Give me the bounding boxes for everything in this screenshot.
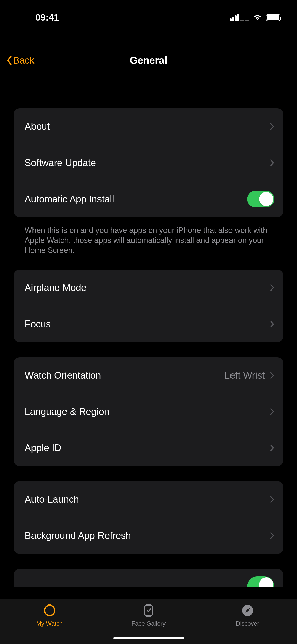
compass-icon (241, 603, 255, 618)
settings-group: Auto-Launch Background App Refresh (14, 481, 283, 554)
row-airplane-mode[interactable]: Airplane Mode (14, 270, 283, 306)
row-enable-dictation[interactable] (14, 569, 283, 587)
status-bar: 09:41 (0, 0, 297, 33)
chevron-right-icon (270, 408, 274, 415)
status-time: 09:41 (35, 12, 59, 23)
home-indicator[interactable] (113, 637, 184, 639)
tab-discover[interactable]: Discover (199, 603, 296, 627)
settings-group: Airplane Mode Focus (14, 270, 283, 342)
content: About Software Update Automatic App Inst… (0, 108, 297, 599)
svg-rect-3 (144, 605, 153, 616)
chevron-right-icon (270, 496, 274, 503)
chevron-right-icon (270, 320, 274, 328)
row-value: Left Wrist (224, 370, 265, 381)
row-label: Apple ID (25, 443, 61, 454)
settings-group: About Software Update Automatic App Inst… (14, 108, 283, 217)
chevron-right-icon (270, 284, 274, 292)
watch-icon (43, 603, 57, 618)
svg-point-2 (53, 606, 54, 608)
row-label: Watch Orientation (25, 370, 101, 381)
row-apple-id[interactable]: Apple ID (14, 430, 283, 466)
chevron-right-icon (270, 444, 274, 452)
row-about[interactable]: About (14, 108, 283, 145)
settings-group: Watch Orientation Left Wrist Language & … (14, 357, 283, 466)
page-title: General (130, 55, 167, 66)
row-label: Auto-Launch (25, 494, 79, 505)
svg-rect-5 (146, 616, 151, 617)
svg-rect-4 (146, 604, 151, 605)
chevron-right-icon (270, 123, 274, 130)
tab-face-gallery[interactable]: Face Gallery (100, 603, 197, 627)
group-footer: When this is on and you have apps on you… (14, 221, 283, 255)
row-label: Background App Refresh (25, 530, 131, 541)
status-icons (230, 14, 280, 21)
row-label: Automatic App Install (25, 194, 114, 205)
tab-label: Face Gallery (131, 620, 166, 627)
dictation-toggle[interactable] (247, 576, 274, 587)
row-background-app-refresh[interactable]: Background App Refresh (14, 518, 283, 554)
row-label: Focus (25, 319, 51, 330)
row-watch-orientation[interactable]: Watch Orientation Left Wrist (14, 357, 283, 394)
settings-group-partial (14, 569, 283, 587)
back-label: Back (13, 55, 34, 66)
tab-label: My Watch (36, 620, 63, 627)
back-button[interactable]: Back (0, 55, 34, 66)
battery-icon (266, 14, 280, 21)
nav-bar: Back General (0, 48, 297, 73)
tab-label: Discover (236, 620, 259, 627)
row-auto-launch[interactable]: Auto-Launch (14, 481, 283, 518)
row-label: About (25, 121, 50, 132)
automatic-app-install-toggle[interactable] (247, 191, 274, 207)
wifi-icon (253, 14, 262, 21)
chevron-right-icon (270, 372, 274, 379)
watch-face-icon (142, 603, 156, 618)
cellular-signal-icon (230, 14, 249, 21)
row-label: Software Update (25, 157, 96, 168)
chevron-right-icon (270, 159, 274, 167)
row-automatic-app-install[interactable]: Automatic App Install (14, 181, 283, 217)
tab-my-watch[interactable]: My Watch (1, 603, 98, 627)
chevron-right-icon (270, 532, 274, 539)
row-focus[interactable]: Focus (14, 306, 283, 342)
row-label: Airplane Mode (25, 282, 86, 293)
chevron-left-icon (6, 55, 13, 66)
row-label: Language & Region (25, 406, 109, 417)
svg-rect-1 (48, 604, 51, 606)
row-software-update[interactable]: Software Update (14, 145, 283, 181)
row-language-region[interactable]: Language & Region (14, 394, 283, 430)
